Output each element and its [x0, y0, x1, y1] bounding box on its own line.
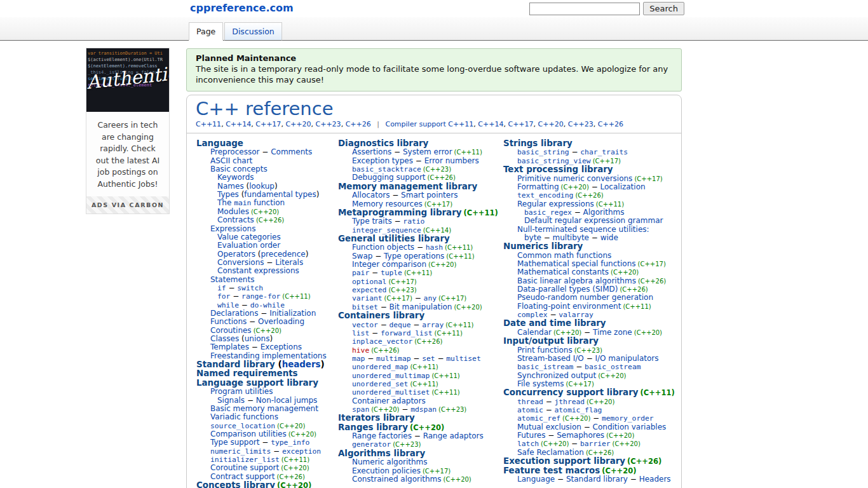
link[interactable]: Basic memory management: [210, 404, 318, 413]
section-heading-link[interactable]: Standard library: [196, 360, 275, 369]
link[interactable]: Literals: [275, 258, 303, 267]
link[interactable]: vector: [352, 321, 378, 329]
link[interactable]: Constrained algorithms: [352, 475, 442, 484]
link[interactable]: Coroutines: [210, 326, 252, 335]
link[interactable]: char_traits: [580, 148, 628, 156]
link[interactable]: Error numbers: [424, 156, 479, 165]
compiler-version-link[interactable]: C++11: [448, 120, 473, 128]
tab-discussion[interactable]: Discussion: [224, 22, 281, 41]
link[interactable]: for: [217, 292, 230, 301]
section-heading-link[interactable]: Memory management library: [338, 182, 477, 191]
link[interactable]: Synchronized output: [517, 371, 596, 380]
link[interactable]: Execution policies: [352, 466, 421, 475]
link[interactable]: Integer comparison: [352, 260, 426, 269]
link[interactable]: Program utilities: [210, 387, 273, 396]
section-heading-link[interactable]: Input/output library: [503, 336, 599, 346]
link[interactable]: map: [352, 355, 365, 363]
search-button[interactable]: Search: [643, 2, 684, 15]
link[interactable]: File systems: [517, 379, 564, 388]
version-link[interactable]: C++14: [226, 120, 251, 128]
link[interactable]: Pseudo-random number generation: [517, 293, 653, 302]
link[interactable]: do-while: [250, 301, 285, 309]
link[interactable]: unordered_set: [352, 380, 408, 388]
link[interactable]: range-for: [241, 292, 280, 301]
link[interactable]: initializer_list: [210, 456, 280, 464]
section-heading-link[interactable]: Concepts library: [196, 480, 275, 488]
link[interactable]: Contracts: [217, 215, 254, 224]
link[interactable]: Modules: [217, 207, 249, 216]
link[interactable]: Headers: [639, 475, 671, 484]
link[interactable]: byte: [524, 233, 541, 242]
version-link[interactable]: C++26: [346, 120, 371, 128]
link[interactable]: Allocators: [352, 191, 390, 200]
link[interactable]: multibyte: [553, 233, 589, 242]
link[interactable]: generator: [352, 440, 391, 449]
link[interactable]: Smart pointers: [401, 191, 458, 200]
version-link[interactable]: C++11: [196, 120, 221, 128]
link[interactable]: atomic_ref: [517, 414, 560, 423]
section-heading-link[interactable]: Date and time library: [503, 318, 606, 328]
link[interactable]: Exception types: [352, 156, 413, 165]
link[interactable]: inplace_vector: [352, 337, 412, 346]
link[interactable]: Contract support: [210, 472, 275, 481]
link[interactable]: Default regular expression grammar: [524, 216, 663, 225]
dead-link[interactable]: hive: [352, 346, 369, 355]
section-heading-link[interactable]: Iterators library: [338, 413, 415, 423]
link[interactable]: ratio: [403, 217, 424, 226]
link[interactable]: Basic concepts: [210, 165, 268, 173]
link[interactable]: deque: [390, 321, 411, 329]
link[interactable]: Assertions: [352, 147, 391, 156]
link[interactable]: Bit manipulation: [390, 302, 452, 311]
section-heading-link[interactable]: Algorithms library: [338, 449, 425, 458]
link[interactable]: optional: [352, 278, 386, 286]
link[interactable]: mdspan: [410, 405, 437, 414]
link[interactable]: if: [217, 284, 226, 292]
link[interactable]: Value categories: [217, 233, 281, 241]
link[interactable]: bitset: [352, 303, 378, 311]
link[interactable]: atomic: [517, 406, 543, 414]
section-heading-link[interactable]: Diagnostics library: [338, 139, 428, 148]
ad-text[interactable]: Careers in tech are changing rapidly. Ch…: [86, 112, 169, 196]
version-link[interactable]: C++17: [255, 120, 281, 128]
compiler-version-link[interactable]: C++20: [538, 120, 564, 128]
version-link[interactable]: C++23: [316, 120, 341, 128]
link[interactable]: Coroutine support: [210, 463, 279, 472]
link[interactable]: Evaluation order: [217, 241, 280, 250]
link[interactable]: variant: [352, 294, 383, 302]
link[interactable]: source_location: [210, 422, 275, 430]
link[interactable]: The: [217, 198, 234, 207]
link[interactable]: Numeric algorithms: [352, 458, 428, 466]
link[interactable]: Functions: [210, 317, 247, 326]
link[interactable]: Debugging support: [352, 173, 426, 182]
link[interactable]: Mathematical special functions: [517, 259, 636, 268]
link[interactable]: Names: [217, 182, 244, 191]
version-link[interactable]: C++20: [285, 120, 311, 128]
link[interactable]: Freestanding implementations: [210, 351, 327, 360]
link[interactable]: Type support: [210, 438, 259, 447]
link[interactable]: latch: [517, 440, 539, 448]
link[interactable]: Expressions: [210, 224, 255, 233]
link[interactable]: span: [352, 405, 369, 414]
link[interactable]: lookup: [249, 182, 275, 191]
link[interactable]: complex: [517, 311, 548, 319]
link[interactable]: Operators: [217, 250, 255, 259]
link[interactable]: Standard library: [566, 475, 628, 484]
link[interactable]: Basic linear algebra algorithms: [517, 276, 636, 285]
link[interactable]: basic_stacktrace: [352, 165, 421, 173]
link[interactable]: unordered_multimap: [352, 372, 430, 380]
section-heading-link[interactable]: Ranges library: [338, 423, 408, 432]
link[interactable]: basic_regex: [524, 208, 572, 217]
compiler-support-link[interactable]: Compiler support: [385, 120, 448, 128]
link[interactable]: Regular expressions: [517, 200, 594, 208]
link[interactable]: Non-local jumps: [256, 396, 318, 405]
section-heading-link[interactable]: Language: [196, 139, 243, 148]
link[interactable]: Types: [217, 190, 239, 199]
link[interactable]: switch: [237, 284, 263, 292]
section-heading-link[interactable]: Numerics library: [503, 241, 583, 251]
section-heading-link[interactable]: Strings library: [503, 139, 573, 148]
link[interactable]: Memory resources: [352, 200, 423, 208]
link[interactable]: Futures: [517, 431, 545, 440]
link[interactable]: Range adaptors: [423, 431, 484, 440]
link[interactable]: I/O manipulators: [595, 354, 659, 363]
compiler-version-link[interactable]: C++14: [478, 120, 503, 128]
